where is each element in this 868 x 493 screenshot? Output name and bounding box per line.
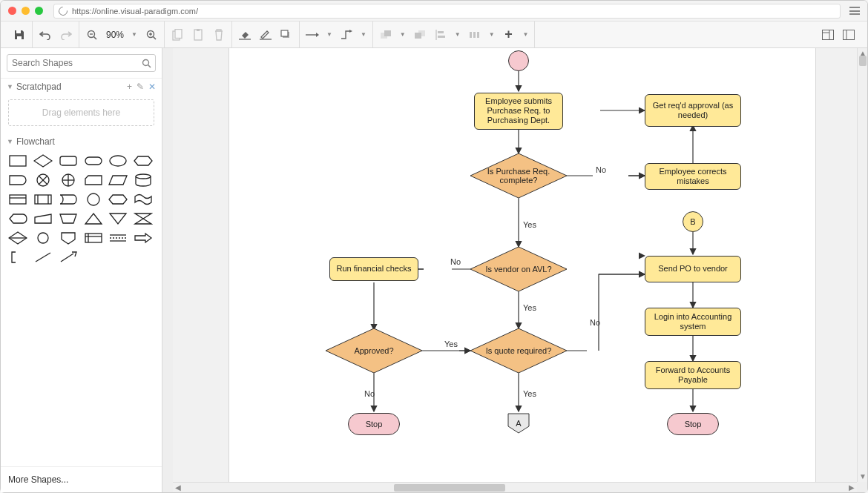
offpage-a[interactable]: A <box>507 413 530 434</box>
to-back-icon[interactable] <box>413 28 427 42</box>
shape-connector[interactable] <box>33 231 53 245</box>
shape-predefined[interactable] <box>33 193 53 206</box>
process-correct[interactable]: Employee corrects mistakes <box>645 163 741 190</box>
shape-parallel[interactable] <box>108 231 128 245</box>
scroll-left-icon[interactable]: ◀ <box>173 483 183 492</box>
zoom-dropdown-icon[interactable]: ▼ <box>131 31 137 38</box>
shape-loop[interactable] <box>108 193 128 206</box>
shape-offpage[interactable] <box>59 231 78 245</box>
shape-manual-input[interactable] <box>33 212 53 225</box>
add-dd-icon[interactable]: ▼ <box>523 31 529 38</box>
start-node[interactable] <box>508 50 529 71</box>
add-icon[interactable]: + <box>502 28 516 42</box>
to-front-icon[interactable] <box>379 28 392 42</box>
shape-ellipse[interactable] <box>108 154 128 168</box>
shape-database[interactable] <box>134 173 153 187</box>
scratchpad-close-icon[interactable]: ✕ <box>148 82 156 92</box>
shape-diamond[interactable] <box>33 154 53 168</box>
shape-delay[interactable] <box>8 173 27 187</box>
waypoint-icon[interactable] <box>340 28 353 42</box>
shape-annotation[interactable] <box>8 251 27 264</box>
shape-rounded[interactable] <box>59 154 78 168</box>
save-icon[interactable] <box>13 28 26 42</box>
shape-process2[interactable] <box>8 193 27 206</box>
process-submit[interactable]: Employee submits Purchase Req. to Purcha… <box>474 93 563 130</box>
zoom-in-icon[interactable] <box>145 28 158 42</box>
scroll-down-icon[interactable]: ▼ <box>858 472 867 482</box>
minimize-window-icon[interactable] <box>22 7 30 15</box>
redo-icon[interactable] <box>59 28 73 42</box>
terminator-stop2[interactable]: Stop <box>667 413 719 435</box>
search-input[interactable] <box>7 54 156 72</box>
scratchpad-dropzone[interactable]: Drag elements here <box>8 99 154 126</box>
shape-line[interactable] <box>33 251 53 264</box>
process-login[interactable]: Login into Accounting system <box>645 308 741 336</box>
shape-storeddata[interactable] <box>59 193 78 206</box>
flowchart-header[interactable]: ▼ Flowchart <box>1 133 162 150</box>
reload-icon[interactable] <box>57 4 70 17</box>
shape-circle[interactable] <box>84 193 103 206</box>
search-icon[interactable] <box>142 59 151 70</box>
decision-quote[interactable]: Is quote required? <box>470 328 567 373</box>
copy-icon[interactable] <box>171 28 184 42</box>
diagram-paper[interactable]: Employee submits Purchase Req. to Purcha… <box>229 48 815 492</box>
process-approval[interactable]: Get req'd approval (as needed) <box>645 94 741 127</box>
align-icon[interactable] <box>434 28 447 42</box>
scroll-thumb[interactable] <box>394 484 505 492</box>
distribute-icon[interactable] <box>468 28 481 42</box>
shape-or[interactable] <box>59 173 78 187</box>
decision-complete[interactable]: Is Purchase Req. complete? <box>470 153 567 198</box>
scroll-thumb[interactable] <box>859 56 867 66</box>
process-forward[interactable]: Forward to Accounts Payable <box>645 361 741 389</box>
process-fincheck[interactable]: Run financial checks <box>329 257 418 281</box>
scratchpad-edit-icon[interactable]: ✎ <box>137 82 144 92</box>
connector-dd-icon[interactable]: ▼ <box>326 31 332 38</box>
shape-data[interactable] <box>108 173 128 187</box>
shape-arrow-line[interactable] <box>59 251 78 264</box>
terminator-stop1[interactable]: Stop <box>348 413 400 435</box>
horizontal-scrollbar[interactable]: ◀▶ <box>173 482 857 492</box>
shape-tape[interactable] <box>134 193 153 206</box>
shape-sort[interactable] <box>8 231 27 245</box>
shape-terminal[interactable] <box>84 154 103 168</box>
scroll-right-icon[interactable]: ▶ <box>846 483 857 492</box>
vertical-scrollbar[interactable]: ▲▼ <box>857 48 867 482</box>
decision-avl[interactable]: Is vendor on AVL? <box>470 247 567 291</box>
outline-panel-icon[interactable] <box>842 28 855 42</box>
line-color-icon[interactable] <box>259 28 272 42</box>
collapse-icon[interactable]: ▼ <box>7 138 13 145</box>
decision-approved[interactable]: Approved? <box>326 328 422 373</box>
shape-sumjunction[interactable] <box>33 173 53 187</box>
process-sendpo[interactable]: Send PO to vendor <box>645 256 741 282</box>
more-shapes-link[interactable]: More Shapes... <box>1 466 162 492</box>
connector-b[interactable]: B <box>683 211 703 232</box>
undo-icon[interactable] <box>39 28 52 42</box>
url-bar[interactable]: https://online.visual-paradigm.com/ <box>53 4 841 19</box>
shape-merge[interactable] <box>108 212 128 225</box>
delete-icon[interactable] <box>212 28 226 42</box>
shape-hexagon[interactable] <box>134 154 153 168</box>
format-panel-icon[interactable] <box>821 28 835 42</box>
shape-collate[interactable] <box>134 212 153 225</box>
collapse-icon[interactable]: ▼ <box>7 83 13 90</box>
waypoint-dd-icon[interactable]: ▼ <box>361 31 366 38</box>
shape-rect[interactable] <box>8 154 27 168</box>
shape-arrow[interactable] <box>134 231 153 245</box>
shape-manual-op[interactable] <box>59 212 78 225</box>
scratchpad-header[interactable]: ▼ Scratchpad + ✎ ✕ <box>1 79 162 95</box>
connector-style-icon[interactable] <box>306 28 319 42</box>
zoom-out-icon[interactable] <box>85 28 99 42</box>
shadow-icon[interactable] <box>280 28 293 42</box>
shape-internal-storage[interactable] <box>84 231 103 245</box>
scratchpad-add-icon[interactable]: + <box>127 82 132 92</box>
paste-icon[interactable] <box>191 28 205 42</box>
shape-card[interactable] <box>84 173 103 187</box>
hamburger-menu-icon[interactable] <box>849 7 860 15</box>
shape-extract[interactable] <box>84 212 103 225</box>
shape-display[interactable] <box>8 212 27 225</box>
canvas-area[interactable]: Employee submits Purchase Req. to Purcha… <box>162 48 867 492</box>
zoom-level[interactable]: 90% <box>106 30 124 40</box>
fill-color-icon[interactable] <box>238 28 251 42</box>
maximize-window-icon[interactable] <box>35 7 43 15</box>
close-window-icon[interactable] <box>8 7 16 15</box>
